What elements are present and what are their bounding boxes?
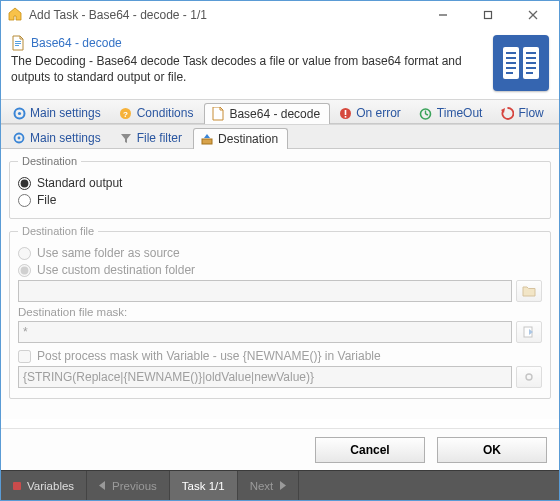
status-label: Variables bbox=[27, 480, 74, 492]
svg-text:?: ? bbox=[123, 109, 128, 118]
svg-rect-25 bbox=[344, 116, 346, 118]
tab-label: Destination bbox=[218, 132, 278, 146]
radio-label: Use custom destination folder bbox=[37, 263, 195, 277]
file-mask-picker-button bbox=[516, 321, 542, 343]
destination-panel: Destination Standard output File Destina… bbox=[1, 149, 559, 419]
subtab-file-filter[interactable]: File filter bbox=[112, 127, 192, 148]
browse-folder-button bbox=[516, 280, 542, 302]
svg-marker-34 bbox=[204, 134, 210, 138]
destination-legend: Destination bbox=[18, 155, 81, 167]
tab-label: On error bbox=[356, 106, 401, 120]
maximize-button[interactable] bbox=[465, 1, 510, 29]
svg-line-28 bbox=[426, 114, 429, 115]
cancel-button[interactable]: Cancel bbox=[315, 437, 425, 463]
error-icon bbox=[338, 106, 352, 120]
clock-icon bbox=[419, 106, 433, 120]
svg-point-31 bbox=[18, 137, 21, 140]
radio-row-file[interactable]: File bbox=[18, 193, 542, 207]
task-description: The Decoding - Base64 decode Task decode… bbox=[11, 53, 485, 85]
tab-label: File filter bbox=[137, 131, 182, 145]
radio-file[interactable] bbox=[18, 194, 31, 207]
dialog-button-bar: Cancel OK bbox=[1, 428, 559, 470]
tab-flow[interactable]: Flow bbox=[493, 102, 553, 123]
radio-row-custom-folder: Use custom destination folder bbox=[18, 263, 542, 277]
secondary-tabstrip: Main settings File filter Destination bbox=[1, 124, 559, 149]
tab-main-settings[interactable]: Main settings bbox=[5, 102, 111, 123]
tab-label: Main settings bbox=[30, 131, 101, 145]
chevron-right-icon bbox=[279, 481, 286, 490]
status-bar: Variables Previous Task 1/1 Next bbox=[1, 470, 559, 500]
tab-label: TimeOut bbox=[437, 106, 483, 120]
circle-icon bbox=[524, 372, 534, 382]
file-mask-label: Destination file mask: bbox=[18, 306, 542, 318]
radio-label: Use same folder as source bbox=[37, 246, 180, 260]
radio-same-folder bbox=[18, 247, 31, 260]
svg-point-20 bbox=[17, 111, 20, 114]
tab-on-error[interactable]: On error bbox=[331, 102, 411, 123]
radio-row-same-folder: Use same folder as source bbox=[18, 246, 542, 260]
subtab-main-settings[interactable]: Main settings bbox=[5, 127, 111, 148]
task-badge-icon bbox=[493, 35, 549, 91]
tab-timeout[interactable]: TimeOut bbox=[412, 102, 493, 123]
status-label: Previous bbox=[112, 480, 157, 492]
app-icon bbox=[7, 7, 23, 23]
task-title-row: Base64 - decode bbox=[11, 35, 485, 51]
close-button[interactable] bbox=[510, 1, 555, 29]
radio-custom-folder bbox=[18, 264, 31, 277]
question-icon: ? bbox=[119, 106, 133, 120]
tab-label: Flow bbox=[518, 106, 543, 120]
folder-icon bbox=[522, 285, 536, 297]
tab-conditions[interactable]: ? Conditions bbox=[112, 102, 204, 123]
minimize-button[interactable] bbox=[420, 1, 465, 29]
tab-base64-decode[interactable]: Base64 - decode bbox=[204, 103, 330, 124]
radio-standard-output[interactable] bbox=[18, 177, 31, 190]
chevron-left-icon bbox=[99, 481, 106, 490]
title-bar: Add Task - Base64 - decode - 1/1 bbox=[1, 1, 559, 29]
task-title: Base64 - decode bbox=[31, 36, 122, 50]
custom-folder-input bbox=[18, 280, 512, 302]
radio-row-standard[interactable]: Standard output bbox=[18, 176, 542, 190]
radio-label: File bbox=[37, 193, 56, 207]
gear-icon bbox=[12, 106, 26, 120]
status-next[interactable]: Next bbox=[238, 471, 300, 500]
header: Base64 - decode The Decoding - Base64 de… bbox=[1, 29, 559, 99]
svg-rect-6 bbox=[15, 45, 19, 46]
document-icon bbox=[211, 107, 225, 121]
status-previous[interactable]: Previous bbox=[87, 471, 170, 500]
status-variables[interactable]: Variables bbox=[1, 471, 87, 500]
document-arrow-icon bbox=[522, 326, 536, 338]
subtab-destination[interactable]: Destination bbox=[193, 128, 288, 149]
svg-rect-24 bbox=[344, 110, 346, 115]
svg-marker-32 bbox=[121, 134, 131, 143]
svg-marker-39 bbox=[280, 481, 286, 490]
tab-label: Conditions bbox=[137, 106, 194, 120]
status-label: Next bbox=[250, 480, 274, 492]
svg-rect-33 bbox=[202, 139, 212, 144]
status-task-counter[interactable]: Task 1/1 bbox=[170, 471, 238, 500]
destination-icon bbox=[200, 132, 214, 146]
ok-button[interactable]: OK bbox=[437, 437, 547, 463]
destination-fieldset: Destination Standard output File bbox=[9, 155, 551, 219]
svg-marker-38 bbox=[99, 481, 105, 490]
svg-rect-5 bbox=[15, 43, 21, 44]
svg-point-37 bbox=[526, 374, 532, 380]
radio-label: Standard output bbox=[37, 176, 122, 190]
destination-file-fieldset: Destination file Use same folder as sour… bbox=[9, 225, 551, 399]
window-title: Add Task - Base64 - decode - 1/1 bbox=[29, 8, 420, 22]
post-process-expression-input bbox=[18, 366, 512, 388]
window-controls bbox=[420, 1, 555, 29]
primary-tabstrip: Main settings ? Conditions Base64 - deco… bbox=[1, 99, 559, 124]
status-label: Task 1/1 bbox=[182, 480, 225, 492]
post-process-picker-button bbox=[516, 366, 542, 388]
flow-icon bbox=[500, 106, 514, 120]
post-process-checkbox bbox=[18, 350, 31, 363]
tab-label: Base64 - decode bbox=[229, 107, 320, 121]
dot-indicator-icon bbox=[13, 482, 21, 490]
document-icon bbox=[11, 35, 25, 51]
svg-rect-4 bbox=[15, 41, 21, 42]
file-mask-input bbox=[18, 321, 512, 343]
svg-rect-1 bbox=[484, 12, 491, 19]
filter-icon bbox=[119, 131, 133, 145]
gear-icon bbox=[12, 131, 26, 145]
destination-file-legend: Destination file bbox=[18, 225, 98, 237]
